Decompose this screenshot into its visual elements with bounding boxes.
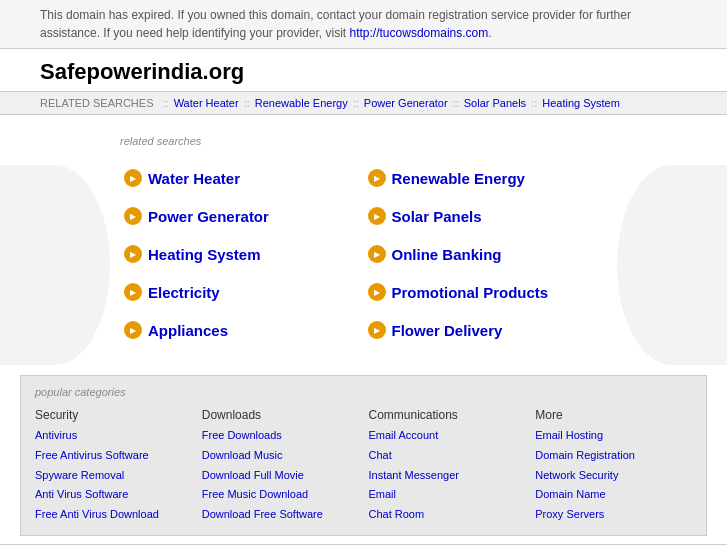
popular-link-email-hosting[interactable]: Email Hosting bbox=[535, 426, 692, 446]
domain-title: Safepowerindia.org bbox=[0, 49, 727, 91]
main-content: related searches Water Heater Renewable … bbox=[0, 115, 727, 367]
arrow-icon bbox=[124, 283, 142, 301]
search-section-header: related searches bbox=[120, 135, 607, 147]
popular-link-domain-name[interactable]: Domain Name bbox=[535, 485, 692, 505]
search-item-electricity: Electricity bbox=[120, 275, 364, 309]
arrow-icon bbox=[368, 169, 386, 187]
search-link-flower-delivery[interactable]: Flower Delivery bbox=[392, 322, 503, 339]
search-item-appliances: Appliances bbox=[120, 313, 364, 347]
arrow-icon bbox=[124, 245, 142, 263]
search-item-power-generator: Power Generator bbox=[120, 199, 364, 233]
search-section: related searches Water Heater Renewable … bbox=[0, 125, 727, 357]
popular-grid: Security Antivirus Free Antivirus Softwa… bbox=[35, 408, 692, 525]
popular-link-download-free-software[interactable]: Download Free Software bbox=[202, 505, 359, 525]
search-item-water-heater: Water Heater bbox=[120, 161, 364, 195]
related-bar-link-3[interactable]: Power Generator bbox=[364, 97, 448, 109]
search-link-power-generator[interactable]: Power Generator bbox=[148, 208, 269, 225]
related-label: RELATED SEARCHES bbox=[40, 97, 154, 109]
popular-col-communications: Communications Email Account Chat Instan… bbox=[369, 408, 526, 525]
popular-link-antivirus[interactable]: Antivirus bbox=[35, 426, 192, 446]
related-bar-link-4[interactable]: Solar Panels bbox=[464, 97, 526, 109]
arrow-icon bbox=[368, 245, 386, 263]
search-link-solar-panels[interactable]: Solar Panels bbox=[392, 208, 482, 225]
popular-link-chat[interactable]: Chat bbox=[369, 446, 526, 466]
search-grid: Water Heater Renewable Energy Power Gene… bbox=[120, 161, 607, 347]
arrow-icon bbox=[368, 321, 386, 339]
related-bar-link-1[interactable]: Water Heater bbox=[174, 97, 239, 109]
popular-link-antivirus-software[interactable]: Anti Virus Software bbox=[35, 485, 192, 505]
search-link-electricity[interactable]: Electricity bbox=[148, 284, 220, 301]
popular-link-free-music-download[interactable]: Free Music Download bbox=[202, 485, 359, 505]
expiry-message: This domain has expired. If you owned th… bbox=[40, 8, 631, 40]
search-item-solar-panels: Solar Panels bbox=[364, 199, 608, 233]
popular-link-instant-messenger[interactable]: Instant Messenger bbox=[369, 466, 526, 486]
arrow-icon bbox=[124, 321, 142, 339]
popular-col-title-security: Security bbox=[35, 408, 192, 422]
popular-section: popular categories Security Antivirus Fr… bbox=[20, 375, 707, 536]
popular-link-free-antivirus[interactable]: Free Antivirus Software bbox=[35, 446, 192, 466]
popular-link-free-antivirus-download[interactable]: Free Anti Virus Download bbox=[35, 505, 192, 525]
search-link-heating-system[interactable]: Heating System bbox=[148, 246, 261, 263]
arrow-icon bbox=[124, 169, 142, 187]
search-item-online-banking: Online Banking bbox=[364, 237, 608, 271]
popular-link-chat-room[interactable]: Chat Room bbox=[369, 505, 526, 525]
popular-link-network-security[interactable]: Network Security bbox=[535, 466, 692, 486]
popular-link-download-movie[interactable]: Download Full Movie bbox=[202, 466, 359, 486]
arrow-icon bbox=[368, 207, 386, 225]
related-bar: RELATED SEARCHES :: Water Heater :: Rene… bbox=[0, 91, 727, 115]
popular-link-download-music[interactable]: Download Music bbox=[202, 446, 359, 466]
search-link-renewable-energy[interactable]: Renewable Energy bbox=[392, 170, 525, 187]
search-link-appliances[interactable]: Appliances bbox=[148, 322, 228, 339]
popular-link-free-downloads[interactable]: Free Downloads bbox=[202, 426, 359, 446]
search-item-renewable-energy: Renewable Energy bbox=[364, 161, 608, 195]
popular-link-spyware[interactable]: Spyware Removal bbox=[35, 466, 192, 486]
popular-link-email-account[interactable]: Email Account bbox=[369, 426, 526, 446]
popular-col-title-more: More bbox=[535, 408, 692, 422]
search-link-water-heater[interactable]: Water Heater bbox=[148, 170, 240, 187]
search-item-flower-delivery: Flower Delivery bbox=[364, 313, 608, 347]
arrow-icon bbox=[124, 207, 142, 225]
popular-col-downloads: Downloads Free Downloads Download Music … bbox=[202, 408, 359, 525]
search-link-online-banking[interactable]: Online Banking bbox=[392, 246, 502, 263]
popular-header: popular categories bbox=[35, 386, 692, 398]
arrow-icon bbox=[368, 283, 386, 301]
popular-link-email[interactable]: Email bbox=[369, 485, 526, 505]
expiry-notice: This domain has expired. If you owned th… bbox=[0, 0, 727, 49]
popular-link-domain-registration[interactable]: Domain Registration bbox=[535, 446, 692, 466]
popular-col-more: More Email Hosting Domain Registration N… bbox=[535, 408, 692, 525]
tucows-link[interactable]: http://tucowsdomains.com bbox=[350, 26, 489, 40]
popular-link-proxy-servers[interactable]: Proxy Servers bbox=[535, 505, 692, 525]
search-item-promotional-products: Promotional Products bbox=[364, 275, 608, 309]
popular-col-title-downloads: Downloads bbox=[202, 408, 359, 422]
related-bar-link-2[interactable]: Renewable Energy bbox=[255, 97, 348, 109]
popular-col-security: Security Antivirus Free Antivirus Softwa… bbox=[35, 408, 192, 525]
search-item-heating-system: Heating System bbox=[120, 237, 364, 271]
related-bar-link-5[interactable]: Heating System bbox=[542, 97, 620, 109]
popular-col-title-communications: Communications bbox=[369, 408, 526, 422]
search-link-promotional-products[interactable]: Promotional Products bbox=[392, 284, 549, 301]
